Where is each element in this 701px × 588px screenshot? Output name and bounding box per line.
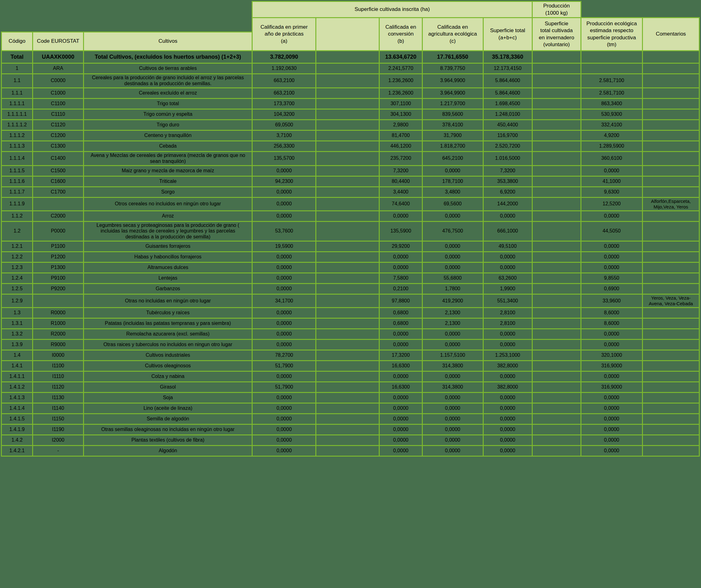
cell-invernadero xyxy=(532,98,581,109)
cell-blank xyxy=(316,361,380,371)
cell-comentarios xyxy=(642,221,699,241)
table-row: 1.4.1I1100Cultivos oleaginosos51,790016,… xyxy=(2,361,699,371)
cell-code-eurostat: P1200 xyxy=(33,252,84,263)
cell-invernadero xyxy=(532,435,581,446)
cell-superficie-a: 663,2100 xyxy=(252,74,316,88)
cell-cultivos: Lino (aceite de linaza) xyxy=(84,403,252,414)
cell-cultivos: Centeno y tranquillón xyxy=(84,130,252,141)
cell-superficie-c: 0,0000 xyxy=(422,166,483,176)
cell-superficie-total: 0,0000 xyxy=(483,403,532,414)
cell-superficie-b: 29,9200 xyxy=(380,241,422,252)
cell-superficie-b: 97,8800 xyxy=(380,294,422,308)
cell-superficie-b: 0,0000 xyxy=(380,414,422,424)
cell-codigo: 1.2.4 xyxy=(2,273,33,284)
cell-codigo: 1.1.1.5 xyxy=(2,166,33,176)
cell-comentarios xyxy=(642,284,699,294)
cell-code-eurostat: C1200 xyxy=(33,130,84,141)
cell-superficie-a: 0,0000 xyxy=(252,393,316,403)
cell-codigo: 1.2.3 xyxy=(2,263,33,273)
cell-code-eurostat: I1120 xyxy=(33,382,84,393)
cell-produccion-ecologica: 4,9200 xyxy=(581,130,642,141)
cell-codigo: 1.1.1.1.2 xyxy=(2,119,33,130)
cell-produccion-ecologica: 316,9000 xyxy=(581,382,642,393)
cell-produccion-ecologica: 8,6000 xyxy=(581,318,642,329)
cell-comentarios xyxy=(642,63,699,74)
cell-superficie-b: 2.241,5770 xyxy=(380,63,422,74)
cell-comentarios xyxy=(642,435,699,446)
cell-comentarios: Alforfón,Esparceta, Mijo,Veza, Yeros xyxy=(642,197,699,211)
table-row: 1.2.9Otras no incluidas en ningún otro l… xyxy=(2,294,699,308)
cell-blank xyxy=(316,294,380,308)
cell-superficie-b: 0,0000 xyxy=(380,435,422,446)
cell-comentarios: Yeros, Veza, Veza-Avena, Veza-Cebada xyxy=(642,294,699,308)
column-header-blank xyxy=(316,18,380,51)
cell-invernadero xyxy=(532,176,581,187)
cell-blank xyxy=(316,119,380,130)
cell-superficie-total: 0,0000 xyxy=(483,435,532,446)
column-header-comentarios: Comentarios xyxy=(642,18,699,51)
cell-superficie-c: 55,6800 xyxy=(422,273,483,284)
cell-superficie-b: 446,1200 xyxy=(380,141,422,152)
cell-produccion-ecologica: 0,0000 xyxy=(581,393,642,403)
cell-superficie-c: 178,7100 xyxy=(422,176,483,187)
cell-comentarios xyxy=(642,211,699,221)
cell-blank xyxy=(316,141,380,152)
crops-statistics-table: Superficie cultivada inscrita (ha) Produ… xyxy=(1,1,700,457)
table-row: 1.4.2.1-Algodón0,00000,00000,00000,00000… xyxy=(2,446,699,456)
cell-comentarios xyxy=(642,241,699,252)
cell-superficie-c: 3,4800 xyxy=(422,187,483,197)
cell-superficie-total: 551,3400 xyxy=(483,294,532,308)
cell-code-eurostat: P9200 xyxy=(33,284,84,294)
cell-superficie-total: 7,3200 xyxy=(483,166,532,176)
cell-blank xyxy=(316,340,380,350)
cell-superficie-a: 0,0000 xyxy=(252,273,316,284)
cell-produccion-ecologica: 12,5200 xyxy=(581,197,642,211)
cell-cultivos: Semilla de algodón xyxy=(84,414,252,424)
cell-blank xyxy=(316,51,380,63)
cell-superficie-total: 0,0000 xyxy=(483,446,532,456)
cell-code-eurostat: I0000 xyxy=(33,350,84,361)
cell-codigo: 1.1.1.3 xyxy=(2,141,33,152)
cell-superficie-b: 0,0000 xyxy=(380,424,422,435)
column-header-c: Calificada en agricultura ecológica (c) xyxy=(422,18,483,51)
cell-code-eurostat: I1190 xyxy=(33,424,84,435)
cell-superficie-a: 0,0000 xyxy=(252,435,316,446)
cell-cultivos: Garbanzos xyxy=(84,284,252,294)
cell-codigo: 1.4.2 xyxy=(2,435,33,446)
cell-superficie-b: 0,0000 xyxy=(380,446,422,456)
cell-produccion-ecologica xyxy=(581,63,642,74)
cell-code-eurostat: C1600 xyxy=(33,176,84,187)
cell-superficie-a: 0,0000 xyxy=(252,197,316,211)
table-row: 1.1.1.1.2C1120Trigo duro69,05002,9800378… xyxy=(2,119,699,130)
cell-code-eurostat: ARA xyxy=(33,63,84,74)
cell-superficie-total: 49,5100 xyxy=(483,241,532,252)
cell-cultivos: Lentejas xyxy=(84,273,252,284)
total-row: TotalUAAXK0000Total Cultivos, (excluidos… xyxy=(2,51,699,63)
cell-superficie-total: 0,0000 xyxy=(483,424,532,435)
group-header-produccion: Producción (1000 kg) xyxy=(532,2,581,18)
cell-blank xyxy=(316,284,380,294)
cell-superficie-b: 0,0000 xyxy=(380,371,422,382)
table-row: 1.1.1.2C1200Centeno y tranquillón3,71008… xyxy=(2,130,699,141)
cell-comentarios xyxy=(642,130,699,141)
cell-blank xyxy=(316,414,380,424)
cell-code-eurostat: - xyxy=(33,446,84,456)
cell-superficie-c: 0,0000 xyxy=(422,435,483,446)
table-row: 1.1.1.6C1600Triticale94,230080,4400178,7… xyxy=(2,176,699,187)
cell-invernadero xyxy=(532,329,581,340)
cell-superficie-b: 0,0000 xyxy=(380,393,422,403)
table-row: 1.1.1.9Otros cereales no incluidos en ni… xyxy=(2,197,699,211)
cell-blank xyxy=(316,424,380,435)
cell-comentarios xyxy=(642,252,699,263)
column-header-a: Calificada en primer año de prácticas (a… xyxy=(252,18,316,51)
cell-produccion-ecologica: 44,5050 xyxy=(581,221,642,241)
cell-superficie-c: 0,0000 xyxy=(422,263,483,273)
cell-invernadero xyxy=(532,119,581,130)
cell-blank xyxy=(316,152,380,166)
cell-codigo: 1.1.1.1.1 xyxy=(2,109,33,119)
cell-comentarios xyxy=(642,382,699,393)
cell-invernadero xyxy=(532,166,581,176)
cell-codigo: 1.2.5 xyxy=(2,284,33,294)
cell-invernadero xyxy=(532,187,581,197)
cell-invernadero xyxy=(532,63,581,74)
